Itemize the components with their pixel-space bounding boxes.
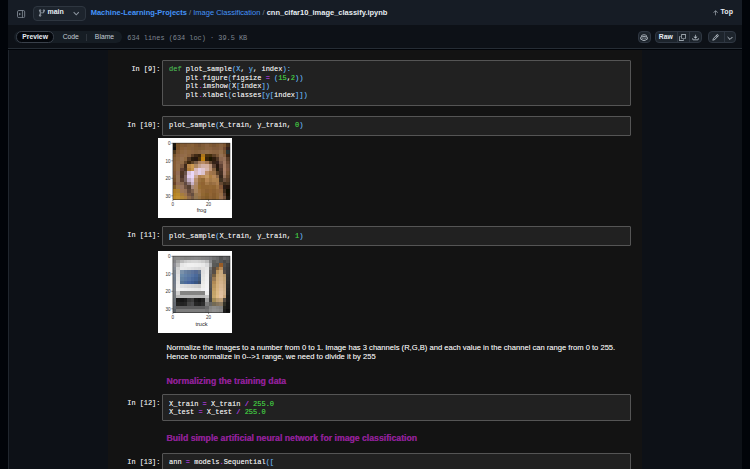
svg-text:20: 20 [165,176,171,181]
svg-text:0: 0 [171,315,174,320]
svg-text:0: 0 [168,254,171,259]
svg-text:10: 10 [165,159,171,164]
svg-text:20: 20 [206,202,212,207]
svg-text:30: 30 [165,307,171,312]
svg-text:frog: frog [196,208,206,214]
svg-text:0: 0 [168,141,171,146]
svg-text:0: 0 [171,202,174,207]
svg-text:truck: truck [195,321,207,327]
svg-text:30: 30 [165,194,171,199]
svg-text:10: 10 [165,272,171,277]
svg-text:20: 20 [206,315,212,320]
svg-text:20: 20 [165,289,171,294]
